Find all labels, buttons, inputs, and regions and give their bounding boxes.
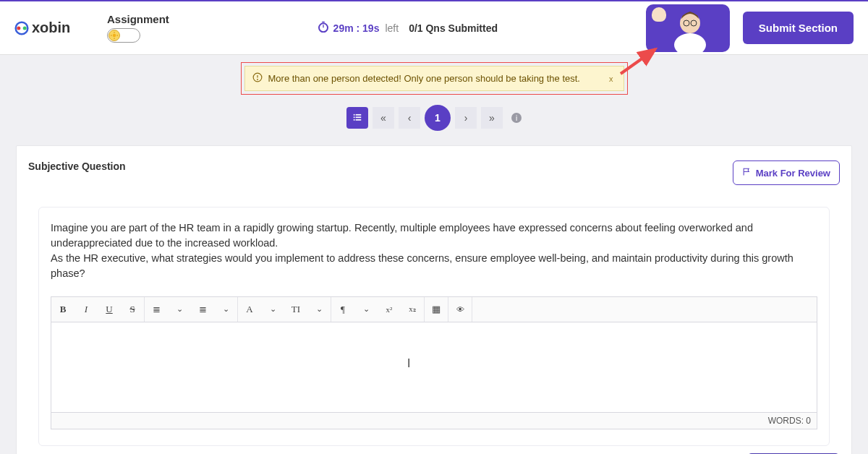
word-count: WORDS: 0: [51, 412, 817, 429]
svg-rect-21: [354, 116, 355, 118]
svg-rect-23: [354, 119, 355, 120]
svg-point-2: [23, 26, 27, 30]
flag-icon: [742, 167, 752, 179]
title-area: Assignment: [107, 13, 169, 43]
question-type-label: Subjective Question: [28, 160, 126, 172]
timer: 29m : 19s left: [318, 21, 399, 35]
info-icon[interactable]: i: [511, 113, 522, 123]
brand-text: xobin: [32, 20, 70, 36]
page-title: Assignment: [107, 13, 169, 25]
italic-button[interactable]: I: [75, 297, 98, 322]
font-color-button[interactable]: A: [238, 297, 261, 322]
prev-page-button[interactable]: ‹: [399, 107, 420, 129]
stopwatch-icon: [318, 21, 329, 35]
bold-button[interactable]: B: [51, 297, 75, 322]
underline-button[interactable]: U: [98, 297, 121, 322]
font-color-dropdown[interactable]: ⌄: [261, 297, 284, 322]
svg-point-3: [113, 34, 116, 37]
question-para-2: As the HR executive, what strategies wou…: [51, 251, 817, 281]
alert-box: More than one person detected! Only one …: [241, 62, 628, 95]
alert-message: More than one person detected! Only one …: [268, 73, 580, 84]
sun-icon: [109, 30, 120, 41]
next-page-button[interactable]: ›: [455, 107, 477, 129]
qns-submitted: 0/1 Qns Submitted: [409, 22, 498, 34]
logo-icon: [14, 21, 29, 35]
timer-block: 29m : 19s left 0/1 Qns Submitted: [169, 21, 646, 35]
editor-toolbar: B I U S ≣ ⌄ ≣ ⌄ A ⌄ TI ⌄ ¶: [51, 297, 817, 322]
paragraph-dropdown[interactable]: ⌄: [354, 297, 378, 322]
font-size-button[interactable]: TI: [284, 297, 307, 322]
theme-toggle[interactable]: [107, 28, 140, 43]
table-button[interactable]: ▦: [425, 297, 448, 322]
time-remaining: 29m : 19s: [333, 22, 380, 34]
webcam-preview: [646, 4, 730, 52]
primary-person-icon: [672, 7, 708, 52]
ol-dropdown[interactable]: ⌄: [214, 297, 237, 322]
svg-point-11: [674, 33, 706, 52]
text-cursor-icon: I: [407, 357, 410, 370]
svg-rect-24: [356, 119, 362, 120]
alert-icon: [252, 72, 263, 85]
question-list-button[interactable]: [346, 107, 368, 129]
paragraph-button[interactable]: ¶: [331, 297, 354, 322]
logo-area: xobin: [14, 20, 116, 36]
svg-rect-20: [356, 113, 362, 115]
question-card: Subjective Question Mark For Review Imag…: [16, 145, 852, 454]
preview-button[interactable]: 👁: [448, 297, 472, 322]
last-page-button[interactable]: »: [481, 107, 503, 129]
alert-wrap: More than one person detected! Only one …: [0, 62, 868, 95]
svg-point-18: [257, 80, 258, 80]
question-body: Imagine you are part of the HR team in a…: [38, 207, 830, 446]
superscript-button[interactable]: x²: [378, 297, 401, 322]
pagination: « ‹ 1 › » i: [0, 105, 868, 131]
question-head: Subjective Question Mark For Review: [28, 160, 840, 185]
font-size-dropdown[interactable]: ⌄: [307, 297, 331, 322]
first-page-button[interactable]: «: [373, 107, 394, 129]
editor-textarea[interactable]: I: [51, 322, 817, 412]
list-icon: [352, 112, 362, 124]
svg-rect-19: [354, 113, 355, 115]
mark-for-review-label: Mark For Review: [756, 168, 830, 179]
mark-for-review-button[interactable]: Mark For Review: [733, 160, 840, 185]
header: xobin Assignment 29m : 19s left 0/1 Qns …: [0, 0, 868, 55]
question-para-1: Imagine you are part of the HR team in a…: [51, 220, 817, 251]
alert-close-button[interactable]: x: [606, 74, 616, 83]
ordered-list-button[interactable]: ≣: [191, 297, 214, 322]
subscript-button[interactable]: x₂: [401, 297, 424, 322]
svg-rect-8: [322, 22, 325, 22]
editor: B I U S ≣ ⌄ ≣ ⌄ A ⌄ TI ⌄ ¶: [51, 296, 817, 429]
ul-dropdown[interactable]: ⌄: [168, 297, 191, 322]
svg-rect-22: [356, 116, 362, 118]
secondary-person-icon: [652, 7, 666, 22]
unordered-list-button[interactable]: ≣: [145, 297, 168, 322]
submit-section-button[interactable]: Submit Section: [743, 12, 854, 44]
strike-button[interactable]: S: [121, 297, 144, 322]
question-text: Imagine you are part of the HR team in a…: [51, 220, 817, 282]
svg-point-1: [17, 26, 20, 30]
time-suffix: left: [385, 22, 399, 34]
logo: xobin: [14, 20, 116, 36]
alert: More than one person detected! Only one …: [244, 66, 624, 91]
page-1-button[interactable]: 1: [425, 105, 451, 131]
